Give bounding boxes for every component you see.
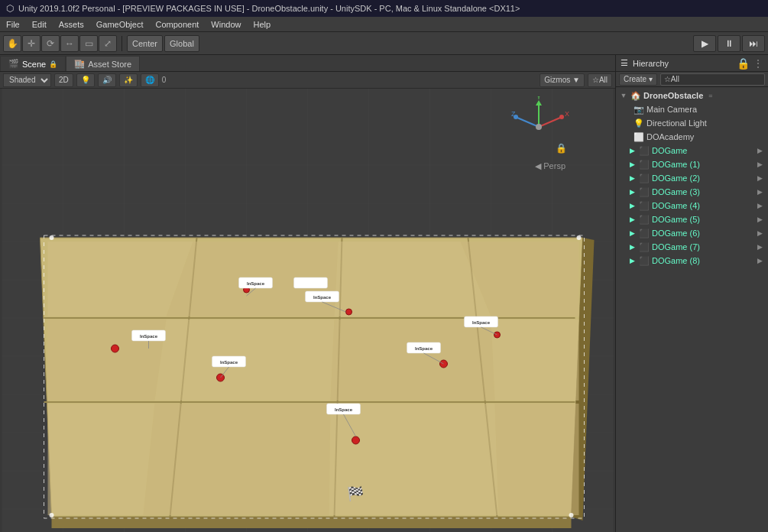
hierarchy-menu-btn[interactable]: ⋮ [753,57,763,70]
dogame7-expand: ▶ [627,243,637,251]
svg-marker-76 [536,100,542,105]
scene-toolbar: Shaded 2D 💡 🔊 ✨ 🌐 0 Gizmos ▼ ☆All [0,72,615,89]
audio-btn[interactable]: 🔊 [98,73,116,87]
hidden-layers-btn[interactable]: 🌐 [141,73,159,87]
hierarchy-lock-btn[interactable]: 🔒 [737,57,750,70]
dogame3-expand: ▶ [627,188,637,196]
svg-point-84 [536,124,542,130]
dogame4-label: DOGame (4) [652,201,700,210]
unity-logo-icon: ⬡ [6,3,14,14]
scene-tab-icon: 🎬 [8,59,19,69]
hierarchy-header-controls: 🔒 ⋮ [737,57,763,70]
svg-line-81 [517,118,539,127]
dogame5-label: DOGame (5) [652,215,700,224]
fx-btn[interactable]: ✨ [119,73,138,87]
menu-window[interactable]: Window [205,17,247,31]
svg-text:Z: Z [511,110,516,118]
dogame6-icon: ⬛ [639,229,650,238]
title-text: Unity 2019.1.0f2 Personal - [PREVIEW PAC… [18,4,520,13]
pause-btn[interactable]: ⏸ [718,35,740,52]
tree-item-dogame-5[interactable]: ▶ ⬛ DOGame (5) ▶ [616,212,768,226]
asset-store-tab-icon: 🏬 [74,59,85,69]
move-tool-btn[interactable]: ✛ [22,35,41,52]
tree-item-doacademy[interactable]: ⬜ DOAcademy [616,130,768,144]
dogame2-expand: ▶ [627,174,637,182]
menu-bar: File Edit Assets GameObject Component Wi… [0,17,768,32]
asset-store-tab[interactable]: 🏬 Asset Store [66,56,140,71]
2d-mode-btn[interactable]: 2D [54,73,73,87]
play-controls: ▶ ⏸ ⏭ [693,35,765,52]
dogame1-expand: ▶ [627,161,637,168]
svg-marker-37 [144,404,331,515]
menu-file[interactable]: File [0,17,26,31]
dogame3-icon: ⬛ [639,187,650,197]
scene-tab-bar: 🎬 Scene 🔒 🏬 Asset Store [0,55,615,72]
tree-item-dogame-2[interactable]: ▶ ⬛ DOGame (2) ▶ [616,171,768,185]
dogame1-right-arrow: ▶ [757,161,765,168]
menu-assets[interactable]: Assets [53,17,90,31]
dogame5-expand: ▶ [627,216,637,223]
dogame-label: DOGame [652,146,687,155]
rect-tool-btn[interactable]: ▭ [79,35,98,52]
tree-item-directional-light[interactable]: 💡 Directional Light [616,116,768,130]
menu-gameobject[interactable]: GameObject [90,17,150,31]
svg-text:🔒: 🔒 [556,142,567,154]
dogame2-icon: ⬛ [639,174,650,183]
render-mode-select[interactable]: Shaded [3,73,51,87]
svg-text:X: X [565,110,569,118]
svg-text:InSpace: InSpace [220,360,238,365]
svg-text:InSpace: InSpace [313,295,332,300]
scene-tab-lock: 🔒 [49,60,57,68]
tree-item-dogame-6[interactable]: ▶ ⬛ DOGame (6) ▶ [616,226,768,240]
tree-item-root[interactable]: ▼ 🏠 DroneObstacle = [616,89,768,102]
menu-help[interactable]: Help [247,17,277,31]
hierarchy-panel-icon: ☰ [621,58,628,68]
tree-item-dogame-4[interactable]: ▶ ⬛ DOGame (4) ▶ [616,199,768,212]
tree-item-dogame-3[interactable]: ▶ ⬛ DOGame (3) ▶ [616,185,768,199]
dogame6-expand: ▶ [627,229,637,237]
dogame1-label: DOGame (1) [652,160,700,169]
play-btn[interactable]: ▶ [693,35,716,52]
dogame4-right-arrow: ▶ [757,202,765,209]
tree-item-main-camera[interactable]: 📷 Main Camera [616,102,768,116]
tree-item-dogame[interactable]: ▶ ⬛ DOGame ▶ [616,144,768,157]
svg-text:InSpace: InSpace [335,407,353,412]
center-pivot-btn[interactable]: Center [127,35,163,52]
svg-point-44 [352,436,360,444]
hierarchy-toolbar: Create ▾ [616,72,768,87]
step-btn[interactable]: ⏭ [742,35,765,52]
menu-component[interactable]: Component [149,17,205,31]
transform-tool-btn[interactable]: ⤢ [99,35,117,52]
global-local-btn[interactable]: Global [164,35,199,52]
scene-viewport[interactable]: InSpace InSpace InSpace InSpace InSpace [0,89,615,532]
gizmo-overlay: Y X Z 🔒 [508,96,569,157]
dogame-right-arrow: ▶ [757,147,765,154]
gizmos-btn[interactable]: Gizmos ▼ [540,73,585,87]
root-label: DroneObstacle [643,91,703,100]
tree-item-dogame-7[interactable]: ▶ ⬛ DOGame (7) ▶ [616,240,768,254]
scene-area: 🎬 Scene 🔒 🏬 Asset Store Shaded 2D 💡 🔊 ✨ … [0,55,615,532]
lighting-btn[interactable]: 💡 [76,73,95,87]
svg-marker-34 [331,320,495,401]
scale-tool-btn[interactable]: ↔ [60,35,79,52]
hierarchy-search-input[interactable] [660,73,765,86]
svg-point-79 [559,115,564,119]
svg-point-70 [50,235,54,240]
scene-tab[interactable]: 🎬 Scene 🔒 [0,56,66,71]
svg-marker-36 [48,404,155,515]
doacademy-icon: ⬜ [634,132,644,142]
tree-item-dogame-8[interactable]: ▶ ⬛ DOGame (8) ▶ [616,254,768,268]
dogame5-icon: ⬛ [639,215,650,225]
dogame8-expand: ▶ [627,257,637,264]
search-scene-btn[interactable]: ☆All [588,73,612,87]
create-btn[interactable]: Create ▾ [619,73,657,86]
main-area: 🎬 Scene 🔒 🏬 Asset Store Shaded 2D 💡 🔊 ✨ … [0,55,768,532]
dogame-icon: ⬛ [639,146,650,156]
root-equals-icon: = [708,92,712,99]
menu-edit[interactable]: Edit [26,17,53,31]
title-bar: ⬡ Unity 2019.1.0f2 Personal - [PREVIEW P… [0,0,768,17]
dogame4-expand: ▶ [627,202,637,209]
tree-item-dogame-1[interactable]: ▶ ⬛ DOGame (1) ▶ [616,157,768,171]
hand-tool-btn[interactable]: ✋ [3,35,21,52]
rotate-tool-btn[interactable]: ⟳ [41,35,60,52]
